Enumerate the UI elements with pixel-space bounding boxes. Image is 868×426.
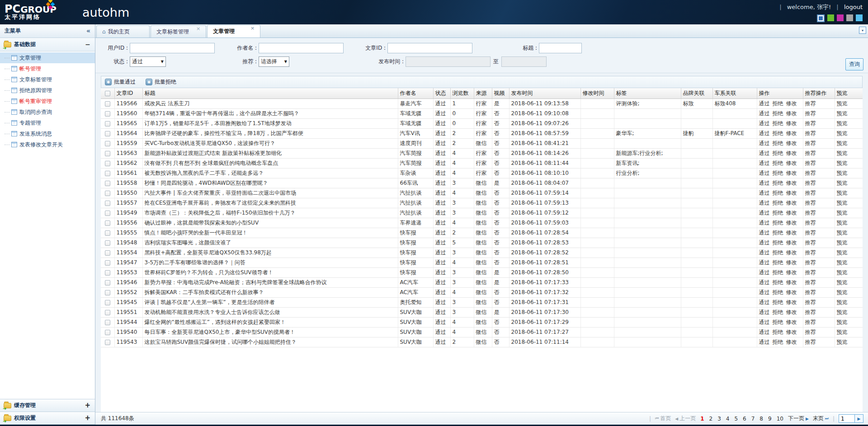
recommend-link[interactable]: 推荐 bbox=[805, 239, 816, 246]
recommend-link[interactable]: 推荐 bbox=[805, 100, 816, 107]
row-checkbox[interactable] bbox=[105, 151, 110, 156]
recommend-link[interactable]: 推荐 bbox=[805, 339, 816, 345]
preview-link[interactable]: 预览 bbox=[837, 160, 848, 166]
approve-link[interactable]: 通过 bbox=[759, 140, 770, 146]
page-number-5[interactable]: 5 bbox=[734, 416, 738, 422]
edit-link[interactable]: 修改 bbox=[786, 180, 797, 186]
sidebar-section-basic-data[interactable]: 基础数据 − bbox=[0, 38, 95, 51]
reject-link[interactable]: 拒绝 bbox=[773, 140, 783, 146]
reject-link[interactable]: 拒绝 bbox=[773, 120, 783, 126]
sidebar-item-拒绝原因管理[interactable]: 拒绝原因管理 bbox=[0, 85, 95, 96]
preview-link[interactable]: 预览 bbox=[837, 190, 848, 196]
recommend-link[interactable]: 推荐 bbox=[805, 150, 816, 156]
theme-blue-button[interactable] bbox=[817, 14, 825, 22]
row-checkbox[interactable] bbox=[105, 201, 110, 206]
page-number-1[interactable]: 1 bbox=[700, 416, 704, 422]
reject-link[interactable]: 拒绝 bbox=[773, 309, 783, 315]
reject-link[interactable]: 拒绝 bbox=[773, 229, 783, 236]
first-page-button[interactable]: ⏮ 首页 bbox=[655, 415, 671, 422]
row-checkbox[interactable] bbox=[105, 101, 110, 107]
tab-文章标签管理[interactable]: 文章标签管理× bbox=[151, 25, 206, 37]
row-checkbox[interactable] bbox=[105, 131, 110, 136]
recommend-select[interactable]: 请选择 ▼ bbox=[259, 56, 289, 67]
close-icon[interactable]: × bbox=[189, 26, 200, 32]
recommend-link[interactable]: 推荐 bbox=[805, 249, 816, 256]
theme-sky-button[interactable] bbox=[856, 14, 863, 21]
expand-plus-icon[interactable]: + bbox=[85, 412, 90, 424]
tab-文章管理[interactable]: 文章管理× bbox=[207, 25, 260, 37]
row-checkbox[interactable] bbox=[105, 280, 110, 286]
recommend-link[interactable]: 推荐 bbox=[805, 190, 816, 196]
edit-link[interactable]: 修改 bbox=[786, 309, 797, 315]
recommend-link[interactable]: 推荐 bbox=[805, 289, 816, 295]
preview-link[interactable]: 预览 bbox=[837, 259, 848, 266]
recommend-link[interactable]: 推荐 bbox=[805, 120, 816, 126]
sidebar-item-帐号重审管理[interactable]: 帐号重审管理 bbox=[0, 96, 95, 107]
preview-link[interactable]: 预览 bbox=[837, 309, 848, 315]
approve-link[interactable]: 通过 bbox=[759, 269, 770, 276]
preview-link[interactable]: 预览 bbox=[837, 100, 848, 107]
approve-link[interactable]: 通过 bbox=[759, 289, 770, 295]
row-checkbox[interactable] bbox=[105, 250, 110, 256]
preview-link[interactable]: 预览 bbox=[837, 200, 848, 206]
edit-link[interactable]: 修改 bbox=[786, 160, 797, 166]
approve-link[interactable]: 通过 bbox=[759, 170, 770, 176]
page-number-3[interactable]: 3 bbox=[717, 416, 722, 422]
reject-link[interactable]: 拒绝 bbox=[773, 220, 783, 226]
recommend-link[interactable]: 推荐 bbox=[805, 220, 816, 226]
row-checkbox[interactable] bbox=[105, 161, 110, 166]
approve-link[interactable]: 通过 bbox=[759, 180, 770, 186]
edit-link[interactable]: 修改 bbox=[786, 190, 797, 196]
last-page-button[interactable]: 末页 ⏭ bbox=[813, 415, 829, 422]
preview-link[interactable]: 预览 bbox=[837, 339, 848, 345]
page-number-4[interactable]: 4 bbox=[726, 416, 730, 422]
sidebar-item-文章标签管理[interactable]: 文章标签管理 bbox=[0, 74, 95, 85]
recommend-link[interactable]: 推荐 bbox=[805, 140, 816, 146]
sidebar-item-发表修改文章开关[interactable]: 发表修改文章开关 bbox=[0, 139, 95, 150]
approve-link[interactable]: 通过 bbox=[759, 190, 770, 196]
close-icon[interactable]: × bbox=[243, 25, 255, 32]
preview-link[interactable]: 预览 bbox=[837, 329, 848, 335]
reject-link[interactable]: 拒绝 bbox=[773, 100, 783, 107]
edit-link[interactable]: 修改 bbox=[786, 239, 797, 246]
title-input[interactable] bbox=[539, 43, 582, 53]
publish-time-from-input[interactable] bbox=[406, 56, 491, 67]
reject-link[interactable]: 拒绝 bbox=[773, 210, 783, 216]
edit-link[interactable]: 修改 bbox=[786, 289, 797, 295]
reject-link[interactable]: 拒绝 bbox=[773, 239, 783, 246]
sidebar-item-帐号管理[interactable]: 帐号管理 bbox=[0, 63, 95, 74]
recommend-link[interactable]: 推荐 bbox=[805, 259, 816, 266]
preview-link[interactable]: 预览 bbox=[837, 319, 848, 325]
edit-link[interactable]: 修改 bbox=[786, 249, 797, 256]
reject-link[interactable]: 拒绝 bbox=[773, 289, 783, 295]
reject-link[interactable]: 拒绝 bbox=[773, 190, 783, 196]
preview-link[interactable]: 预览 bbox=[837, 140, 848, 146]
edit-link[interactable]: 修改 bbox=[786, 200, 797, 206]
reject-link[interactable]: 拒绝 bbox=[773, 279, 783, 286]
approve-link[interactable]: 通过 bbox=[759, 220, 770, 226]
approve-link[interactable]: 通过 bbox=[759, 239, 770, 246]
preview-link[interactable]: 预览 bbox=[837, 229, 848, 236]
sidebar-section-缓存管理[interactable]: 缓存管理+ bbox=[0, 399, 95, 412]
reject-link[interactable]: 拒绝 bbox=[773, 319, 783, 325]
edit-link[interactable]: 修改 bbox=[786, 110, 797, 117]
author-name-input[interactable] bbox=[259, 43, 344, 53]
page-number-10[interactable]: 10 bbox=[776, 416, 784, 422]
row-checkbox[interactable] bbox=[105, 340, 110, 345]
recommend-link[interactable]: 推荐 bbox=[805, 319, 816, 325]
tab-scroll-button[interactable]: ▾ bbox=[859, 27, 866, 34]
approve-link[interactable]: 通过 bbox=[759, 309, 770, 315]
recommend-link[interactable]: 推荐 bbox=[805, 229, 816, 236]
approve-link[interactable]: 通过 bbox=[759, 130, 770, 136]
row-checkbox[interactable] bbox=[105, 330, 110, 335]
reject-link[interactable]: 拒绝 bbox=[773, 180, 783, 186]
approve-link[interactable]: 通过 bbox=[759, 229, 770, 236]
row-checkbox[interactable] bbox=[105, 240, 110, 246]
edit-link[interactable]: 修改 bbox=[786, 319, 797, 325]
approve-link[interactable]: 通过 bbox=[759, 120, 770, 126]
row-checkbox[interactable] bbox=[105, 300, 110, 305]
approve-link[interactable]: 通过 bbox=[759, 110, 770, 117]
sidebar-item-取消同步查询[interactable]: 取消同步查询 bbox=[0, 107, 95, 117]
user-id-input[interactable] bbox=[130, 43, 215, 53]
recommend-link[interactable]: 推荐 bbox=[805, 180, 816, 186]
